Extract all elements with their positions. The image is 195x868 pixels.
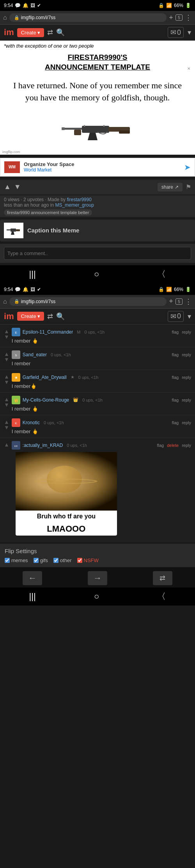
plus-icon-2[interactable]: +: [169, 297, 173, 305]
home-icon-2[interactable]: ⌂: [3, 298, 7, 305]
comment-downvote-1[interactable]: ▼: [4, 334, 9, 339]
forward-nav-button[interactable]: →: [88, 571, 107, 585]
shuffle-icon-2[interactable]: ⇄: [47, 312, 53, 321]
tag-pill[interactable]: firestar9990 announcement template bette…: [4, 209, 92, 216]
browser-bar-2: ⌂ 🔒 imgflip.com/i/7ss + 5 ⋮: [0, 295, 195, 309]
username-3: Garfield_Ate_Drywall: [23, 375, 67, 380]
checkbox-other-input[interactable]: [53, 558, 58, 563]
share-button[interactable]: share ↗: [158, 183, 183, 191]
saturn-ring: [35, 479, 98, 484]
checkbox-other[interactable]: other: [53, 557, 72, 563]
comment-rank-3: ★: [71, 375, 74, 380]
comment-upvote-4[interactable]: ▲: [4, 396, 9, 402]
avatar-kronotic: K: [12, 418, 20, 427]
lock-icon-2: 🔒: [158, 287, 164, 292]
flag-comment-1[interactable]: flag: [172, 330, 179, 334]
comment-input[interactable]: [4, 247, 191, 260]
ad-banner[interactable]: WM Organize Your Space World Market ➤ ✕: [0, 158, 195, 177]
checkbox-gifs[interactable]: gifs: [34, 557, 48, 563]
nav-menu-icon[interactable]: |||: [29, 269, 36, 279]
menu-icon[interactable]: ⋮: [185, 13, 192, 22]
avatar-garfield: ★: [12, 373, 20, 382]
home-icon[interactable]: ⌂: [3, 14, 7, 21]
share-icon: ↗: [175, 184, 179, 190]
search-icon-2[interactable]: 🔍: [56, 312, 65, 321]
reply-comment-4[interactable]: reply: [182, 398, 191, 402]
comment-downvote-3[interactable]: ▼: [4, 379, 9, 385]
check-icon-2: ✔: [37, 287, 41, 292]
comment-input-area[interactable]: [0, 244, 195, 263]
reply-comment-1[interactable]: reply: [182, 330, 191, 334]
final-home-circle[interactable]: ○: [94, 591, 99, 602]
plus-icon[interactable]: +: [169, 14, 173, 22]
flag-comment-5[interactable]: flag: [172, 420, 179, 425]
comment-downvote-2[interactable]: ▼: [4, 357, 9, 362]
shuffle-nav-icon: ⇄: [160, 574, 165, 582]
comment-downvote-5[interactable]: ▼: [4, 425, 9, 430]
create-button-2[interactable]: Create ▾: [17, 312, 44, 321]
nav-back-icon[interactable]: 〈: [157, 268, 166, 280]
back-nav-button[interactable]: ←: [23, 571, 42, 585]
dropdown-icon[interactable]: ▾: [188, 28, 191, 37]
flag-button[interactable]: ⚑: [186, 183, 191, 191]
mail-container-2[interactable]: ✉ 0: [168, 311, 184, 322]
url-text-2: imgflip.com/i/7ss: [21, 299, 56, 304]
author-link[interactable]: firestar9990: [67, 197, 91, 202]
create-button[interactable]: Create ▾: [17, 28, 44, 37]
shuffle-icon[interactable]: ⇄: [47, 28, 53, 37]
flag-comment-6[interactable]: flag: [157, 443, 164, 448]
tab-count-2[interactable]: 5: [176, 298, 183, 305]
ad-title: Organize Your Space: [24, 161, 180, 167]
reply-comment-5[interactable]: reply: [182, 420, 191, 425]
caption-thumb: [4, 223, 23, 238]
comment-text-5: I rember 🖕: [12, 429, 191, 434]
chat-icon-2: 💬: [15, 287, 21, 292]
comment-upvote-6[interactable]: ▲: [4, 442, 9, 447]
comment-upvote-5[interactable]: ▲: [4, 419, 9, 425]
reply-comment-2[interactable]: reply: [182, 352, 191, 357]
nav-home-circle[interactable]: ○: [94, 269, 99, 279]
shuffle-nav-button[interactable]: ⇄: [153, 571, 172, 585]
tab-count[interactable]: 5: [176, 14, 183, 21]
comment-upvote-1[interactable]: ▲: [4, 329, 9, 334]
comment-downvote-4[interactable]: ▼: [4, 402, 9, 407]
checkbox-gifs-input[interactable]: [34, 558, 39, 563]
imgflip-logo-2: im: [4, 311, 14, 321]
chat-icon: 💬: [15, 3, 21, 8]
comment-meta-2: 0 ups, <1h: [51, 352, 71, 357]
search-icon[interactable]: 🔍: [56, 28, 65, 37]
flag-comment-4[interactable]: flag: [172, 398, 179, 402]
comment-rank-4: 👑: [73, 397, 78, 402]
browser-bar: ⌂ 🔒 imgflip.com/i/7ss + 5 ⋮: [0, 11, 195, 25]
post-actions: ▲ ▼ share ↗ ⚑: [0, 180, 195, 195]
reply-comment-3[interactable]: reply: [182, 375, 191, 380]
caption-box[interactable]: Caption this Meme: [0, 220, 195, 241]
nav-bar-1: ||| ○ 〈: [0, 265, 195, 283]
url-bar-2[interactable]: 🔒 imgflip.com/i/7ss: [9, 297, 167, 306]
checkbox-memes-input[interactable]: [5, 558, 10, 563]
comment-upvote-2[interactable]: ▲: [4, 351, 9, 357]
checkbox-nsfw[interactable]: NSFW: [77, 557, 99, 563]
flip-settings: Flip Settings memes gifs other NSFW: [0, 544, 195, 567]
delete-comment-6[interactable]: delete: [167, 443, 179, 448]
flag-comment-3[interactable]: flag: [172, 375, 179, 380]
gun-svg: [58, 116, 136, 143]
downvote-button[interactable]: ▼: [14, 183, 21, 191]
checkbox-nsfw-input[interactable]: [77, 558, 82, 563]
dropdown-icon-2[interactable]: ▾: [188, 312, 191, 321]
final-menu-icon[interactable]: |||: [29, 591, 36, 602]
mail-container[interactable]: ✉ 0: [168, 27, 184, 38]
menu-icon-2[interactable]: ⋮: [185, 297, 192, 306]
reply-comment-6[interactable]: reply: [182, 443, 191, 448]
url-bar[interactable]: 🔒 imgflip.com/i/7ss: [9, 13, 167, 22]
username-5: Kronotic: [23, 420, 40, 425]
final-back-icon[interactable]: 〈: [157, 591, 166, 602]
ad-close-x[interactable]: ✕: [187, 66, 190, 71]
group-link[interactable]: MS_memer_group: [55, 202, 94, 208]
svg-rect-1: [74, 130, 81, 135]
flag-comment-2[interactable]: flag: [172, 352, 179, 357]
battery-text: 66%: [174, 3, 183, 8]
checkbox-memes[interactable]: memes: [5, 557, 28, 563]
comment-upvote-3[interactable]: ▲: [4, 374, 9, 379]
upvote-button[interactable]: ▲: [4, 183, 11, 191]
